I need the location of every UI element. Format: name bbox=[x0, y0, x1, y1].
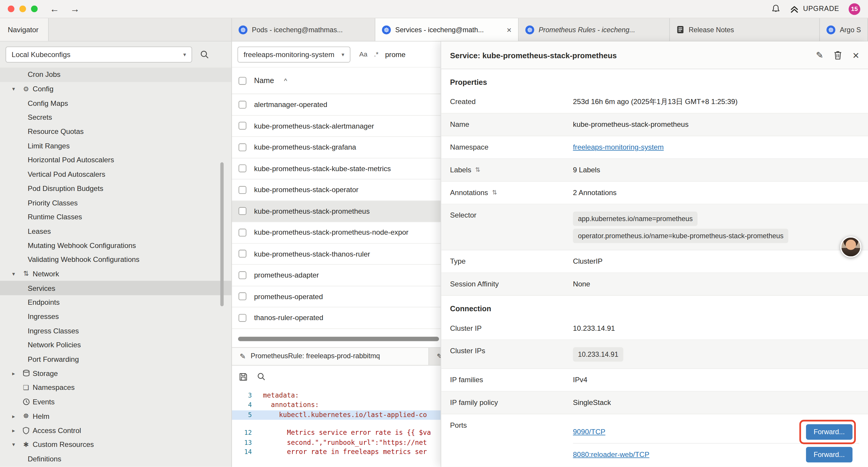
sidebar-item-ingress-classes[interactable]: Ingress Classes bbox=[0, 324, 231, 338]
sidebar-item-limit-ranges[interactable]: Limit Ranges bbox=[0, 139, 231, 153]
row-checkbox[interactable] bbox=[239, 101, 246, 109]
minimize-window-button[interactable] bbox=[20, 6, 26, 12]
avatar[interactable] bbox=[840, 236, 861, 258]
bell-icon[interactable] bbox=[771, 4, 780, 14]
expand-toggle-icon[interactable]: ⇅ bbox=[475, 166, 480, 173]
select-all-checkbox[interactable] bbox=[239, 77, 246, 85]
sidebar-item-config[interactable]: ▾⚙Config bbox=[0, 82, 231, 96]
sidebar-item-services[interactable]: Services bbox=[0, 281, 231, 295]
dock-tab-prometheusrule[interactable]: ✎ PrometheusRule: freeleaps-prod-rabbitm… bbox=[232, 348, 429, 365]
tab-services-icecheng-math[interactable]: ☸Services - icecheng@math...× bbox=[375, 18, 519, 41]
tab-label: Release Notes bbox=[689, 26, 734, 33]
sidebar-item-runtime-classes[interactable]: Runtime Classes bbox=[0, 210, 231, 224]
row-checkbox[interactable] bbox=[239, 250, 246, 258]
chevron-right-icon[interactable]: ▸ bbox=[12, 370, 21, 377]
sidebar-item-validating-webhook-configurations[interactable]: Validating Webhook Configurations bbox=[0, 253, 231, 267]
sidebar-item-network[interactable]: ▾⇅Network bbox=[0, 267, 231, 281]
forward-button[interactable]: Forward... bbox=[806, 424, 852, 439]
sidebar-item-storage[interactable]: ▸Storage bbox=[0, 366, 231, 380]
close-icon[interactable]: × bbox=[852, 50, 859, 61]
row-checkbox[interactable] bbox=[239, 165, 246, 172]
namespaces-icon: ❏ bbox=[21, 384, 31, 391]
tab-pods-icecheng-mathmas[interactable]: ☸Pods - icecheng@mathmas... bbox=[232, 18, 375, 41]
close-icon[interactable]: × bbox=[502, 25, 512, 34]
namespace-link[interactable]: freeleaps-monitoring-system bbox=[573, 143, 663, 151]
tab-prometheus-rules-icecheng[interactable]: ☸Prometheus Rules - icecheng... bbox=[519, 18, 670, 41]
namespace-selector[interactable]: freeleaps-monitoring-system ▾ bbox=[238, 46, 350, 62]
sidebar-item-definitions[interactable]: Definitions bbox=[0, 451, 231, 466]
search-icon[interactable] bbox=[200, 50, 209, 59]
chevron-down-icon[interactable]: ▾ bbox=[12, 271, 21, 277]
row-checkbox[interactable] bbox=[239, 143, 246, 151]
forward-icon[interactable]: → bbox=[70, 4, 80, 13]
sidebar-item-label: Config Maps bbox=[28, 99, 68, 107]
sidebar-item-config-maps[interactable]: Config Maps bbox=[0, 96, 231, 110]
chevron-down-icon[interactable]: ▾ bbox=[12, 442, 21, 448]
match-case-toggle[interactable]: Aa bbox=[359, 51, 368, 58]
sidebar-item-access-control[interactable]: ▸Access Control bbox=[0, 423, 231, 437]
tab-argo-se[interactable]: ☸Argo Se bbox=[820, 18, 868, 41]
search-icon[interactable] bbox=[257, 372, 266, 381]
trash-icon[interactable] bbox=[834, 51, 842, 60]
drawer-row-annotations: Annotations⇅2 Annotations bbox=[441, 182, 868, 205]
save-icon[interactable] bbox=[239, 372, 248, 381]
sidebar-item-ingresses[interactable]: Ingresses bbox=[0, 310, 231, 324]
drawer-row-value: 9 Labels bbox=[573, 166, 859, 174]
horizontal-scrollbar-thumb[interactable] bbox=[238, 337, 439, 341]
navigator-pane-header[interactable]: Navigator bbox=[0, 18, 49, 41]
sidebar-item-secrets[interactable]: Secrets bbox=[0, 110, 231, 124]
port-link[interactable]: 9090/TCP bbox=[573, 428, 606, 437]
sidebar-item-pod-disruption-budgets[interactable]: Pod Disruption Budgets bbox=[0, 181, 231, 196]
sidebar-item-label: Events bbox=[33, 398, 55, 406]
pencil-icon: ✎ bbox=[240, 352, 246, 360]
editor-tabs: ☸Pods - icecheng@mathmas...☸Services - i… bbox=[232, 18, 868, 41]
row-checkbox[interactable] bbox=[239, 271, 246, 279]
drawer-row-value: 10.233.14.91 bbox=[573, 347, 859, 362]
zoom-window-button[interactable] bbox=[31, 6, 37, 12]
row-checkbox[interactable] bbox=[239, 186, 246, 194]
row-checkbox[interactable] bbox=[239, 314, 246, 322]
back-icon[interactable]: ← bbox=[50, 4, 59, 13]
drawer-row-ip-families: IP familiesIPv4 bbox=[441, 369, 868, 391]
sidebar-item-custom-resources[interactable]: ▾✱Custom Resources bbox=[0, 437, 231, 451]
chevron-down-icon: ▾ bbox=[342, 51, 344, 57]
sidebar-item-namespaces[interactable]: ❏Namespaces bbox=[0, 380, 231, 395]
line-number: 3 bbox=[232, 391, 252, 401]
close-window-button[interactable] bbox=[8, 6, 14, 12]
drawer-title: Service: kube-prometheus-stack-prometheu… bbox=[450, 51, 617, 59]
sidebar-item-horizontal-pod-autoscalers[interactable]: Horizontal Pod Autoscalers bbox=[0, 153, 231, 167]
chevron-down-icon[interactable]: ▾ bbox=[12, 86, 21, 92]
tab-label: Pods - icecheng@mathmas... bbox=[252, 26, 343, 33]
regex-toggle[interactable]: .* bbox=[374, 51, 378, 58]
row-checkbox[interactable] bbox=[239, 293, 246, 300]
sidebar-item-port-forwarding[interactable]: Port Forwarding bbox=[0, 352, 231, 366]
notification-count-badge[interactable]: 15 bbox=[848, 3, 860, 14]
upgrade-button[interactable]: UPGRADE bbox=[790, 5, 839, 13]
sidebar-item-vertical-pod-autoscalers[interactable]: Vertical Pod Autoscalers bbox=[0, 167, 231, 181]
sort-ascending-icon[interactable]: ^ bbox=[284, 77, 287, 85]
kubeconfig-selector[interactable]: Local Kubeconfigs ▾ bbox=[6, 47, 192, 62]
sidebar-item-resource-quotas[interactable]: Resource Quotas bbox=[0, 124, 231, 139]
chevron-right-icon[interactable]: ▸ bbox=[12, 428, 21, 434]
sidebar-item-network-policies[interactable]: Network Policies bbox=[0, 338, 231, 352]
sidebar-item-events[interactable]: Events bbox=[0, 395, 231, 409]
edit-icon[interactable]: ✎ bbox=[816, 50, 824, 61]
port-link[interactable]: 8080:reloader-web/TCP bbox=[573, 450, 649, 459]
row-checkbox[interactable] bbox=[239, 122, 246, 130]
forward-button[interactable]: Forward... bbox=[806, 447, 852, 462]
sidebar-item-cron-jobs[interactable]: Cron Jobs bbox=[0, 68, 231, 82]
sidebar-item-mutating-webhook-configurations[interactable]: Mutating Webhook Configurations bbox=[0, 238, 231, 253]
sidebar-item-endpoints[interactable]: Endpoints bbox=[0, 295, 231, 310]
tab-release-notes[interactable]: Release Notes bbox=[670, 18, 820, 41]
kubeconfig-selector-value: Local Kubeconfigs bbox=[11, 51, 70, 59]
name-column-header[interactable]: Name bbox=[254, 77, 274, 85]
row-checkbox[interactable] bbox=[239, 207, 246, 215]
row-checkbox[interactable] bbox=[239, 229, 246, 236]
drawer-row-labels: Labels⇅9 Labels bbox=[441, 159, 868, 182]
expand-toggle-icon[interactable]: ⇅ bbox=[492, 189, 497, 196]
sidebar-item-helm[interactable]: ▸☸Helm bbox=[0, 409, 231, 423]
chevron-right-icon[interactable]: ▸ bbox=[12, 413, 21, 419]
sidebar-item-leases[interactable]: Leases bbox=[0, 224, 231, 238]
sidebar-scrollbar[interactable] bbox=[220, 162, 224, 306]
sidebar-item-priority-classes[interactable]: Priority Classes bbox=[0, 196, 231, 210]
